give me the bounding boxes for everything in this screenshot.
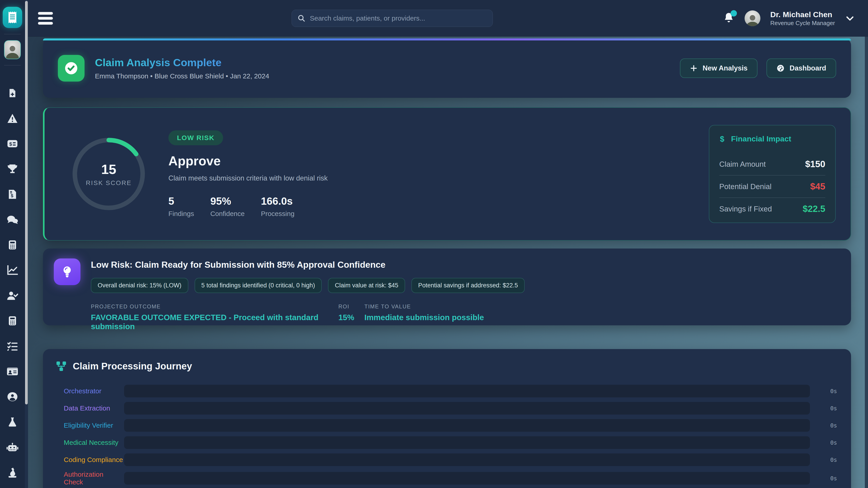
gradient-accent-bar	[43, 38, 851, 40]
calculator-alt-icon	[8, 316, 17, 326]
journey-row-coding-compliance: Coding Compliance 0s	[64, 453, 837, 466]
risk-score-label: RISK SCORE	[86, 180, 132, 187]
app-logo[interactable]	[3, 7, 22, 28]
risk-stats: 5 Findings 95% Confidence 166.0s Process…	[168, 195, 328, 218]
journey-title: Claim Processing Journey	[73, 361, 192, 372]
analysis-header-card: Claim Analysis Complete Emma Thompson • …	[43, 38, 851, 98]
sidebar-item-new-claim[interactable]	[0, 80, 25, 106]
sidebar-item-billing[interactable]: $	[0, 131, 25, 156]
user-role: Revenue Cycle Manager	[770, 20, 835, 27]
lightbulb-icon	[54, 258, 81, 285]
sidebar-item-risk-alerts[interactable]	[0, 106, 25, 131]
stat-processing: 166.0s Processing	[261, 195, 294, 218]
id-card-icon	[6, 367, 18, 376]
journey-row-orchestrator: Orchestrator 0s	[64, 385, 837, 397]
financial-impact-panel: $ Financial Impact Claim Amount $150 Pot…	[709, 125, 836, 223]
calculator-icon	[8, 240, 17, 250]
sidebar-item-research[interactable]	[0, 460, 25, 485]
trophy-icon	[7, 164, 18, 174]
left-scrollbar-thumb[interactable]	[25, 1, 28, 404]
stat-confidence: 95% Confidence	[210, 195, 245, 218]
sidebar-item-messages[interactable]	[0, 207, 25, 232]
risk-score-donut: 15 RISK SCORE	[70, 135, 147, 213]
right-scrollbar-track[interactable]	[865, 37, 868, 488]
risk-badge: LOW RISK	[168, 130, 223, 145]
user-check-icon	[7, 291, 18, 300]
financial-row-claim-amount: Claim Amount $150	[719, 153, 825, 175]
decision-description: Claim meets submission criteria with low…	[168, 174, 328, 182]
user-info[interactable]: Dr. Michael Chen Revenue Cycle Manager	[770, 10, 835, 27]
sidebar-item-claims-invoices[interactable]: $	[0, 182, 25, 207]
time-to-value: TIME TO VALUE Immediate submission possi…	[364, 303, 484, 331]
new-analysis-button[interactable]: New Analysis	[680, 59, 757, 78]
sidebar-item-calculator[interactable]	[0, 232, 25, 258]
timeline-bar	[124, 472, 810, 485]
risk-summary-card: 15 RISK SCORE LOW RISK Approve Claim mee…	[43, 107, 851, 240]
search-icon	[298, 14, 305, 22]
sidebar-item-id-card[interactable]	[0, 359, 25, 384]
list-check-icon	[7, 341, 18, 351]
financial-row-potential-denial: Potential Denial $45	[719, 175, 825, 197]
sidebar-item-ai-assistant[interactable]	[0, 435, 25, 460]
money-card-icon: $	[7, 139, 18, 148]
claim-meta: Emma Thompson • Blue Cross Blue Shield •…	[95, 72, 269, 80]
timeline-bar	[124, 385, 810, 397]
timeline-bar	[124, 436, 810, 449]
chat-bubbles-icon	[7, 215, 18, 224]
journey-row-eligibility-verifier: Eligibility Verifier 0s	[64, 419, 837, 432]
processing-journey-card: Claim Processing Journey Orchestrator 0s…	[43, 349, 851, 488]
microscope-icon	[7, 468, 18, 478]
sidebar-item-patient-verification[interactable]	[0, 283, 25, 308]
chart-line-icon	[7, 265, 18, 275]
notifications-button[interactable]	[723, 12, 735, 25]
dashboard-button[interactable]: Dashboard	[767, 59, 836, 78]
sidebar-divider	[4, 34, 21, 34]
sidebar-item-estimator[interactable]	[0, 308, 25, 333]
financial-row-savings: Savings if Fixed $22.5	[719, 197, 825, 220]
chevron-down-icon[interactable]	[845, 13, 855, 23]
topbar-right-cluster: Dr. Michael Chen Revenue Cycle Manager	[723, 10, 855, 27]
global-search[interactable]	[291, 10, 493, 27]
invoice-dollar-icon: $	[8, 189, 17, 199]
app-root: $ $	[0, 0, 868, 488]
warning-triangle-icon	[7, 113, 18, 123]
user-name: Dr. Michael Chen	[770, 10, 835, 20]
user-avatar[interactable]	[745, 10, 761, 26]
sidebar: $ $	[0, 0, 25, 488]
decision-heading: Approve	[168, 153, 328, 168]
sidebar-item-analytics[interactable]	[0, 258, 25, 283]
journey-timeline: Orchestrator 0s Data Extraction 0s Eligi…	[43, 385, 851, 488]
sidebar-user-avatar[interactable]	[4, 40, 21, 59]
receipt-logo-icon	[6, 11, 18, 24]
projection-row: PROJECTED OUTCOME FAVORABLE OUTCOME EXPE…	[91, 303, 836, 331]
timeline-bar	[124, 453, 810, 466]
sidebar-divider	[4, 65, 21, 66]
chip-potential-savings: Potential savings if addressed: $22.5	[411, 278, 525, 293]
timeline-bar	[124, 402, 810, 415]
projected-outcome: PROJECTED OUTCOME FAVORABLE OUTCOME EXPE…	[91, 303, 338, 331]
insight-title: Low Risk: Claim Ready for Submission wit…	[91, 260, 836, 270]
success-check-icon	[58, 55, 85, 82]
sidebar-item-lab[interactable]	[0, 410, 25, 435]
sidebar-item-task-list[interactable]	[0, 333, 25, 359]
flask-icon	[7, 417, 18, 427]
page-title: Claim Analysis Complete	[95, 56, 269, 69]
risk-score-value: 15	[101, 162, 116, 177]
notification-dot	[731, 10, 737, 17]
dollar-icon: $	[719, 135, 726, 143]
svg-text:$: $	[720, 135, 724, 143]
chip-denial-risk: Overall denial risk: 15% (LOW)	[91, 278, 188, 293]
sidebar-item-achievements[interactable]	[0, 156, 25, 182]
svg-text:$: $	[9, 141, 12, 147]
timeline-bar	[124, 419, 810, 432]
financial-impact-title: Financial Impact	[731, 134, 791, 143]
menu-toggle-button[interactable]	[38, 12, 53, 25]
left-scrollbar-track[interactable]	[25, 0, 28, 488]
roi: ROI 15%	[338, 303, 364, 331]
gauge-icon	[776, 64, 784, 72]
search-input[interactable]	[310, 14, 487, 22]
sidebar-item-profile[interactable]	[0, 384, 25, 410]
user-circle-icon	[7, 392, 18, 401]
insight-banner: Low Risk: Claim Ready for Submission wit…	[43, 249, 851, 325]
journey-row-data-extraction: Data Extraction 0s	[64, 402, 837, 415]
